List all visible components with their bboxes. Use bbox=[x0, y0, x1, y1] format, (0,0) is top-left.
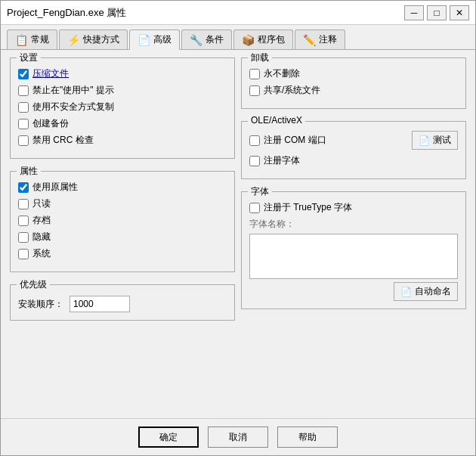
priority-row: 安装顺序： bbox=[18, 296, 227, 312]
settings-item-2: 使用不安全方式复制 bbox=[18, 101, 227, 113]
window-title: Project_FengDian.exe 属性 bbox=[7, 6, 126, 20]
hidden-checkbox[interactable] bbox=[18, 232, 29, 243]
attributes-group: 属性 使用原属性 只读 存档 bbox=[10, 171, 235, 272]
font-group: 字体 注册于 TrueType 字体 字体名称： 📄 自动命名 bbox=[241, 191, 466, 309]
advanced-icon: 📄 bbox=[138, 34, 150, 46]
no-crc-checkbox[interactable] bbox=[18, 135, 29, 146]
left-column: 设置 压缩文件 禁止在"使用中" 提示 使用不安全方式复制 bbox=[10, 57, 235, 327]
register-com-row: 注册 COM 端口 bbox=[249, 134, 326, 147]
tab-shortcut[interactable]: ⚡ 快捷方式 bbox=[59, 29, 128, 49]
attr-item-0: 使用原属性 bbox=[18, 181, 227, 194]
attr-item-1: 只读 bbox=[18, 197, 227, 210]
archive-label: 存档 bbox=[32, 214, 51, 227]
removal-group-content: 永不删除 共享/系统文件 bbox=[249, 67, 458, 97]
no-prompt-checkbox[interactable] bbox=[18, 85, 29, 96]
title-buttons: ─ □ ✕ bbox=[404, 5, 469, 20]
readonly-checkbox[interactable] bbox=[18, 199, 29, 209]
font-group-content: 注册于 TrueType 字体 字体名称： 📄 自动命名 bbox=[249, 201, 458, 301]
install-order-input[interactable] bbox=[70, 296, 130, 312]
settings-item-0: 压缩文件 bbox=[18, 67, 227, 80]
general-icon: 📋 bbox=[15, 34, 28, 46]
register-font-checkbox[interactable] bbox=[249, 156, 260, 166]
never-delete-checkbox[interactable] bbox=[249, 69, 260, 79]
minimize-button[interactable]: ─ bbox=[404, 5, 424, 20]
settings-item-1: 禁止在"使用中" 提示 bbox=[18, 84, 227, 97]
priority-group-title: 优先级 bbox=[17, 278, 50, 291]
removal-item-0: 永不删除 bbox=[249, 67, 458, 80]
system-label: 系统 bbox=[32, 247, 51, 260]
attributes-group-content: 使用原属性 只读 存档 隐藏 bbox=[18, 181, 227, 260]
font-name-area bbox=[249, 234, 458, 279]
ole-font-row: 注册字体 bbox=[249, 154, 458, 167]
use-original-attr-checkbox[interactable] bbox=[18, 182, 29, 193]
hidden-label: 隐藏 bbox=[32, 231, 51, 244]
title-bar: Project_FengDian.exe 属性 ─ □ ✕ bbox=[1, 1, 475, 25]
test-button[interactable]: 📄 测试 bbox=[412, 131, 458, 150]
compress-label: 压缩文件 bbox=[32, 67, 69, 80]
tab-general[interactable]: 📋 常规 bbox=[7, 29, 57, 49]
shortcut-icon: ⚡ bbox=[67, 34, 80, 46]
register-com-checkbox[interactable] bbox=[249, 135, 260, 146]
settings-group-content: 压缩文件 禁止在"使用中" 提示 使用不安全方式复制 创建备份 bbox=[18, 67, 227, 147]
ole-group-title: OLE/ActiveX bbox=[248, 115, 305, 126]
settings-group: 设置 压缩文件 禁止在"使用中" 提示 使用不安全方式复制 bbox=[10, 57, 235, 159]
removal-group: 卸载 永不删除 共享/系统文件 bbox=[241, 57, 466, 109]
right-column: 卸载 永不删除 共享/系统文件 OLE/ActiveX bbox=[241, 57, 466, 327]
auto-name-row: 📄 自动命名 bbox=[249, 282, 458, 301]
system-checkbox[interactable] bbox=[18, 249, 29, 259]
font-name-label: 字体名称： bbox=[249, 218, 458, 231]
attr-item-2: 存档 bbox=[18, 214, 227, 227]
attr-item-4: 系统 bbox=[18, 247, 227, 260]
conditions-icon: 🔧 bbox=[190, 34, 202, 46]
readonly-label: 只读 bbox=[32, 197, 51, 210]
cancel-button[interactable]: 取消 bbox=[208, 427, 268, 448]
attr-item-3: 隐藏 bbox=[18, 231, 227, 244]
unsafe-copy-checkbox[interactable] bbox=[18, 102, 29, 113]
backup-label: 创建备份 bbox=[32, 117, 69, 130]
register-com-label: 注册 COM 端口 bbox=[264, 134, 326, 147]
archive-checkbox[interactable] bbox=[18, 216, 29, 226]
maximize-button[interactable]: □ bbox=[427, 5, 447, 20]
package-icon: 📦 bbox=[242, 34, 255, 46]
tab-package[interactable]: 📦 程序包 bbox=[233, 29, 293, 49]
tab-comment[interactable]: ✏️ 注释 bbox=[295, 29, 345, 49]
priority-group: 优先级 安装顺序： bbox=[10, 284, 235, 321]
tab-conditions[interactable]: 🔧 条件 bbox=[181, 29, 232, 49]
backup-checkbox[interactable] bbox=[18, 119, 29, 129]
register-font-label: 注册字体 bbox=[264, 154, 300, 167]
install-order-label: 安装顺序： bbox=[18, 298, 63, 311]
removal-group-title: 卸载 bbox=[248, 51, 272, 64]
auto-name-button[interactable]: 📄 自动命名 bbox=[394, 282, 458, 301]
use-original-attr-label: 使用原属性 bbox=[32, 181, 78, 194]
ole-com-row: 注册 COM 端口 📄 测试 bbox=[249, 131, 458, 150]
settings-item-3: 创建备份 bbox=[18, 117, 227, 130]
no-prompt-label: 禁止在"使用中" 提示 bbox=[32, 84, 114, 97]
ole-group-content: 注册 COM 端口 📄 测试 注册字体 bbox=[249, 131, 458, 167]
unsafe-copy-label: 使用不安全方式复制 bbox=[32, 101, 114, 113]
help-button[interactable]: 帮助 bbox=[277, 427, 338, 448]
test-btn-icon: 📄 bbox=[419, 135, 430, 146]
two-column-layout: 设置 压缩文件 禁止在"使用中" 提示 使用不安全方式复制 bbox=[10, 57, 466, 327]
shared-system-checkbox[interactable] bbox=[249, 85, 260, 96]
no-crc-label: 禁用 CRC 检查 bbox=[32, 134, 94, 147]
shared-system-label: 共享/系统文件 bbox=[264, 84, 320, 97]
confirm-button[interactable]: 确定 bbox=[138, 427, 199, 448]
auto-name-icon: 📄 bbox=[400, 287, 412, 297]
ole-group: OLE/ActiveX 注册 COM 端口 📄 测试 bbox=[241, 121, 466, 179]
close-button[interactable]: ✕ bbox=[450, 5, 469, 20]
compress-checkbox[interactable] bbox=[18, 69, 29, 79]
bottom-bar: 确定 取消 帮助 bbox=[1, 418, 475, 455]
font-group-title: 字体 bbox=[248, 185, 272, 198]
main-window: Project_FengDian.exe 属性 ─ □ ✕ 📋 常规 ⚡ 快捷方… bbox=[0, 0, 476, 456]
settings-group-title: 设置 bbox=[17, 51, 41, 64]
truetype-checkbox[interactable] bbox=[249, 203, 260, 213]
truetype-label: 注册于 TrueType 字体 bbox=[264, 201, 352, 214]
comment-icon: ✏️ bbox=[303, 34, 316, 46]
removal-item-1: 共享/系统文件 bbox=[249, 84, 458, 97]
font-item-0: 注册于 TrueType 字体 bbox=[249, 201, 458, 214]
content-area: 设置 压缩文件 禁止在"使用中" 提示 使用不安全方式复制 bbox=[1, 50, 475, 418]
settings-item-4: 禁用 CRC 检查 bbox=[18, 134, 227, 147]
tab-advanced[interactable]: 📄 高级 bbox=[129, 29, 180, 50]
never-delete-label: 永不删除 bbox=[264, 67, 300, 80]
tab-bar: 📋 常规 ⚡ 快捷方式 📄 高级 🔧 条件 📦 程序包 ✏️ 注释 bbox=[1, 25, 475, 50]
